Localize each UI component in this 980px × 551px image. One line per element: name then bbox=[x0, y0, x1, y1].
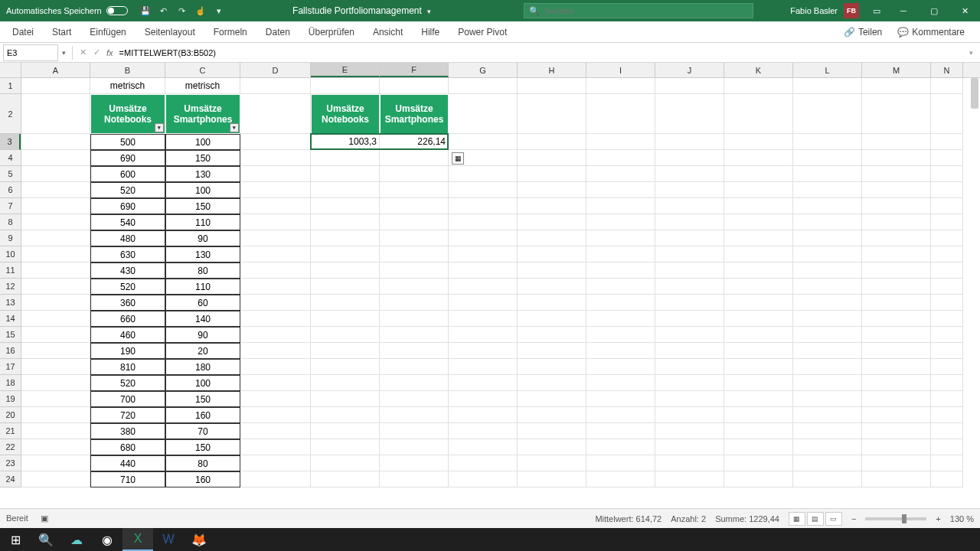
cell-E9[interactable] bbox=[311, 230, 380, 246]
cell-K23[interactable] bbox=[724, 455, 793, 471]
cell-K10[interactable] bbox=[724, 246, 793, 262]
cell-L2[interactable] bbox=[793, 94, 862, 134]
cell-B6[interactable]: 520 bbox=[90, 182, 165, 198]
cell-F6[interactable] bbox=[380, 182, 449, 198]
cell-A6[interactable] bbox=[21, 182, 90, 198]
cell-E17[interactable] bbox=[311, 359, 380, 375]
start-button[interactable]: ⊞ bbox=[0, 528, 31, 551]
cell-G5[interactable] bbox=[449, 166, 518, 182]
cell-A17[interactable] bbox=[21, 359, 90, 375]
expand-formula-icon[interactable]: ▾ bbox=[966, 49, 980, 57]
cell-B20[interactable]: 720 bbox=[90, 407, 165, 423]
autofill-options-icon[interactable]: ▦ bbox=[452, 152, 464, 165]
cell-H10[interactable] bbox=[518, 246, 586, 262]
cell-A3[interactable] bbox=[21, 134, 90, 150]
view-pagelayout-icon[interactable]: ▤ bbox=[807, 512, 824, 526]
cell-G23[interactable] bbox=[449, 455, 518, 471]
cell-H2[interactable] bbox=[518, 94, 586, 134]
cell-A9[interactable] bbox=[21, 230, 90, 246]
cell-L14[interactable] bbox=[793, 311, 862, 327]
select-all-corner[interactable] bbox=[0, 63, 21, 78]
autosave-toggle[interactable] bbox=[106, 6, 128, 15]
cell-I22[interactable] bbox=[586, 439, 655, 455]
cell-A23[interactable] bbox=[21, 455, 90, 471]
cell-J24[interactable] bbox=[655, 471, 724, 487]
save-icon[interactable]: 💾 bbox=[140, 5, 151, 16]
cell-J7[interactable] bbox=[655, 198, 724, 214]
cell-I3[interactable] bbox=[586, 134, 655, 150]
cell-A24[interactable] bbox=[21, 471, 90, 487]
search-input[interactable] bbox=[544, 6, 748, 15]
cell-A5[interactable] bbox=[21, 166, 90, 182]
cell-B7[interactable]: 690 bbox=[90, 198, 165, 214]
cell-B13[interactable]: 360 bbox=[90, 295, 165, 311]
cell-G11[interactable] bbox=[449, 262, 518, 279]
tab-seitenlayout[interactable]: Seitenlayout bbox=[136, 21, 204, 43]
cell-J19[interactable] bbox=[655, 391, 724, 407]
cell-D24[interactable] bbox=[240, 471, 311, 487]
cell-N8[interactable] bbox=[931, 214, 963, 230]
title-dropdown-icon[interactable]: ▾ bbox=[427, 8, 431, 15]
cell-E7[interactable] bbox=[311, 198, 380, 214]
cell-G22[interactable] bbox=[449, 439, 518, 455]
cell-B8[interactable]: 540 bbox=[90, 214, 165, 230]
row-header-10[interactable]: 10 bbox=[0, 246, 21, 262]
cell-C16[interactable]: 20 bbox=[165, 343, 240, 359]
cell-M23[interactable] bbox=[862, 455, 931, 471]
cell-M1[interactable] bbox=[862, 78, 931, 94]
cell-L8[interactable] bbox=[793, 214, 862, 230]
enter-formula-icon[interactable]: ✓ bbox=[90, 47, 103, 57]
cell-K6[interactable] bbox=[724, 182, 793, 198]
cell-D8[interactable] bbox=[240, 214, 311, 230]
row-header-22[interactable]: 22 bbox=[0, 439, 21, 455]
cell-J8[interactable] bbox=[655, 214, 724, 230]
comments-button[interactable]: 💬Kommentare bbox=[891, 27, 971, 37]
cell-B9[interactable]: 480 bbox=[90, 230, 165, 246]
cell-K2[interactable] bbox=[724, 94, 793, 134]
taskbar-obs[interactable]: ◉ bbox=[92, 528, 122, 551]
ribbon-display-icon[interactable]: ▭ bbox=[871, 5, 882, 16]
cell-E4[interactable] bbox=[311, 150, 380, 166]
cell-I24[interactable] bbox=[586, 471, 655, 487]
cell-J21[interactable] bbox=[655, 423, 724, 439]
cell-K11[interactable] bbox=[724, 262, 793, 279]
col-header-I[interactable]: I bbox=[586, 63, 655, 77]
cell-E18[interactable] bbox=[311, 375, 380, 391]
col-header-F[interactable]: F bbox=[380, 63, 449, 77]
fx-icon[interactable]: fx bbox=[103, 48, 116, 57]
cell-E19[interactable] bbox=[311, 391, 380, 407]
cell-J22[interactable] bbox=[655, 439, 724, 455]
cell-B4[interactable]: 690 bbox=[90, 150, 165, 166]
cell-C24[interactable]: 160 bbox=[165, 471, 240, 487]
cell-I13[interactable] bbox=[586, 295, 655, 311]
cell-I20[interactable] bbox=[586, 407, 655, 423]
cell-M16[interactable] bbox=[862, 343, 931, 359]
cell-I12[interactable] bbox=[586, 279, 655, 295]
row-header-19[interactable]: 19 bbox=[0, 391, 21, 407]
cell-C21[interactable]: 70 bbox=[165, 423, 240, 439]
cell-G13[interactable] bbox=[449, 295, 518, 311]
tab-hilfe[interactable]: Hilfe bbox=[412, 21, 449, 43]
col-header-J[interactable]: J bbox=[655, 63, 724, 77]
cell-N19[interactable] bbox=[931, 391, 963, 407]
cell-K21[interactable] bbox=[724, 423, 793, 439]
cell-F8[interactable] bbox=[380, 214, 449, 230]
cell-D22[interactable] bbox=[240, 439, 311, 455]
cell-G9[interactable] bbox=[449, 230, 518, 246]
cell-N2[interactable] bbox=[931, 94, 963, 134]
cell-B22[interactable]: 680 bbox=[90, 439, 165, 455]
cell-J10[interactable] bbox=[655, 246, 724, 262]
cell-B24[interactable]: 710 bbox=[90, 471, 165, 487]
cell-N21[interactable] bbox=[931, 423, 963, 439]
cell-J11[interactable] bbox=[655, 262, 724, 279]
cell-L11[interactable] bbox=[793, 262, 862, 279]
cell-N15[interactable] bbox=[931, 327, 963, 343]
vertical-scrollbar[interactable] bbox=[971, 78, 978, 109]
cell-N20[interactable] bbox=[931, 407, 963, 423]
cell-G19[interactable] bbox=[449, 391, 518, 407]
cell-L15[interactable] bbox=[793, 327, 862, 343]
taskbar-search-icon[interactable]: 🔍 bbox=[31, 528, 61, 551]
cell-D20[interactable] bbox=[240, 407, 311, 423]
cell-L13[interactable] bbox=[793, 295, 862, 311]
row-header-8[interactable]: 8 bbox=[0, 214, 21, 230]
